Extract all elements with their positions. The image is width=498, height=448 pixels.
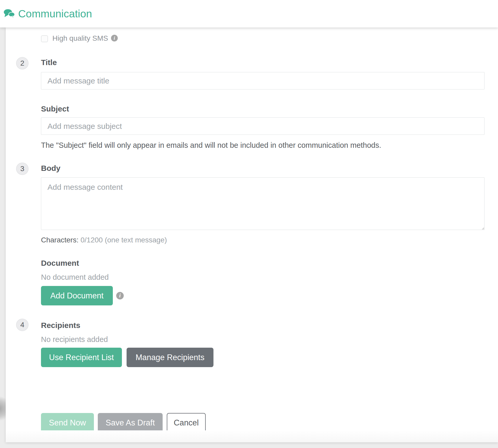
step-3-badge: 3	[16, 163, 29, 175]
character-counter-label: Characters:	[41, 236, 79, 244]
high-quality-sms-checkbox[interactable]	[41, 35, 48, 42]
use-recipient-list-button[interactable]: Use Recipient List	[41, 348, 122, 367]
body-textarea[interactable]	[41, 177, 485, 230]
save-as-draft-button[interactable]: Save As Draft	[98, 413, 163, 432]
character-counter-value: 0/1200 (one text message)	[81, 236, 167, 244]
subject-input[interactable]	[41, 117, 485, 135]
page-header: Communication	[0, 0, 498, 27]
title-label: Title	[41, 58, 57, 67]
add-document-button[interactable]: Add Document	[41, 286, 113, 305]
manage-recipients-button[interactable]: Manage Recipients	[127, 348, 213, 367]
step-3-number: 3	[20, 165, 24, 173]
character-counter: Characters: 0/1200 (one text message)	[41, 236, 167, 244]
page-title: Communication	[18, 8, 92, 20]
step-2-number: 2	[20, 59, 24, 67]
send-now-button[interactable]: Send Now	[41, 413, 94, 432]
step-2-badge: 2	[16, 57, 29, 69]
add-document-info-icon[interactable]: i	[116, 292, 124, 299]
subject-help-text: The "Subject" field will only appear in …	[41, 141, 381, 150]
recipients-label: Recipients	[41, 321, 80, 330]
high-quality-sms-label[interactable]: High quality SMS	[52, 34, 108, 43]
communication-form-card: High quality SMS i 2 Title Subject The "…	[6, 27, 498, 442]
cancel-button[interactable]: Cancel	[167, 413, 206, 432]
document-label: Document	[41, 259, 79, 268]
recipients-empty-text: No recipients added	[41, 335, 108, 344]
title-input[interactable]	[41, 72, 485, 89]
communication-page: { "header": { "title": "Communication" }…	[0, 0, 498, 448]
document-empty-text: No document added	[41, 273, 109, 282]
sms-info-icon[interactable]: i	[111, 35, 118, 41]
step-4-number: 4	[20, 321, 24, 329]
body-label: Body	[41, 164, 60, 173]
comments-icon	[4, 9, 15, 19]
step-4-badge: 4	[16, 319, 29, 331]
subject-label: Subject	[41, 104, 69, 113]
